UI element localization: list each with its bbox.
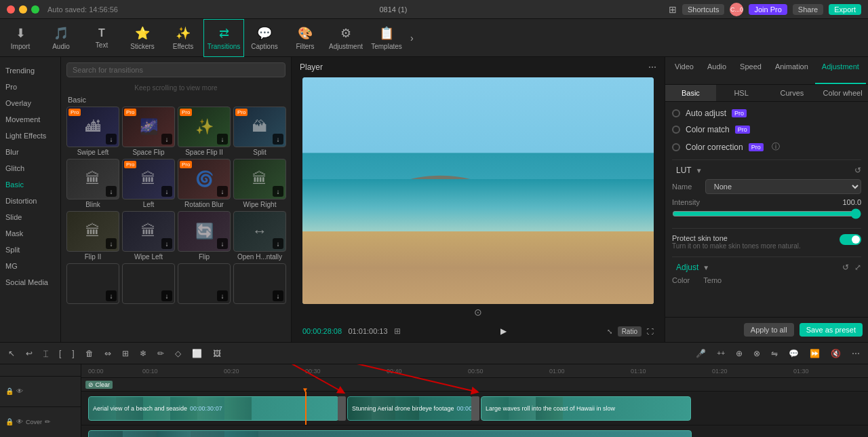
adjust-reset-icon[interactable]: ↺ — [842, 263, 849, 272]
maximize-dot[interactable] — [31, 5, 39, 14]
track-lock-icon[interactable]: 🔒 — [5, 387, 14, 395]
download-icon[interactable]: ↓ — [217, 290, 228, 301]
transition-extra-2[interactable]: ↓ — [122, 263, 175, 305]
close-dot[interactable] — [7, 5, 15, 14]
sidebar-item-mg[interactable]: MG — [0, 258, 60, 274]
select-tool[interactable]: ⬜ — [189, 347, 205, 360]
clear-badge[interactable]: ⊘ Clear — [85, 381, 113, 389]
adj-tab-basic[interactable]: Basic — [665, 85, 716, 101]
trim-right-tool[interactable]: ] — [69, 347, 77, 360]
skin-tone-toggle[interactable] — [840, 234, 861, 245]
tool-import[interactable]: ⬇ Import — [0, 19, 41, 57]
crop-tool[interactable]: ⊞ — [119, 347, 132, 360]
tool-adjustment[interactable]: ⚙ Adjustment — [326, 19, 366, 57]
tool-audio[interactable]: 🎵 Audio — [41, 19, 81, 57]
adjust-expand-icon[interactable]: ⤢ — [854, 263, 861, 272]
tab-adjustment[interactable]: Adjustment — [815, 57, 866, 84]
download-icon[interactable]: ↓ — [217, 186, 228, 197]
split-tool[interactable]: ⌶ — [41, 347, 51, 360]
image-tool[interactable]: 🖼 — [210, 347, 224, 360]
join-icon[interactable]: ⊕ — [733, 347, 745, 360]
scrubber-icon[interactable]: ⊙ — [474, 307, 482, 318]
tab-animation[interactable]: Animation — [768, 57, 815, 84]
track2-edit-icon[interactable]: ✏ — [45, 418, 50, 425]
sidebar-item-distortion[interactable]: Distortion — [0, 193, 60, 209]
transition-space-flip[interactable]: Pro 🌌 ↓ Space Flip — [122, 107, 175, 156]
speed-icon[interactable]: ⏩ — [807, 347, 823, 360]
sidebar-item-pro[interactable]: Pro — [0, 79, 60, 95]
download-icon[interactable]: ↓ — [273, 238, 283, 249]
tab-speed[interactable]: Speed — [733, 57, 768, 84]
zoom-in-icon[interactable]: ++ — [714, 348, 728, 358]
lut-name-select[interactable]: None — [705, 179, 861, 194]
sidebar-item-trending[interactable]: Trending — [0, 62, 60, 79]
transition-blink[interactable]: 🏛 ↓ Blink — [66, 159, 119, 208]
save-as-preset-button[interactable]: Save as preset — [800, 323, 863, 337]
sidebar-item-basic[interactable]: Basic — [0, 176, 60, 193]
expand-icon[interactable]: ⛶ — [647, 328, 654, 335]
move-tool[interactable]: ⇔ — [102, 347, 114, 360]
player-menu-icon[interactable]: ⋯ — [648, 62, 656, 72]
split-icon2[interactable]: ⊗ — [751, 347, 763, 360]
sidebar-item-mask[interactable]: Mask — [0, 225, 60, 242]
shape-tool[interactable]: ◇ — [172, 347, 184, 360]
download-icon[interactable]: ↓ — [106, 134, 117, 145]
tool-effects[interactable]: ✨ Effects — [163, 19, 203, 57]
transition-wipe-left[interactable]: 🏛 ↓ Wipe Left — [122, 211, 175, 261]
join-pro-button[interactable]: Join Pro — [749, 4, 787, 15]
transition-marker-2[interactable] — [471, 396, 479, 421]
tool-captions[interactable]: 💬 Captions — [244, 19, 285, 57]
sidebar-item-movement[interactable]: Movement — [0, 111, 60, 128]
pointer-tool[interactable]: ↖ — [5, 347, 18, 360]
delete-tool[interactable]: 🗑 — [83, 347, 96, 360]
transition-swipe-left[interactable]: Pro 🏙 ↓ Swipe Left — [66, 107, 119, 156]
tab-video[interactable]: Video — [668, 57, 701, 84]
mute-icon[interactable]: 🔇 — [828, 347, 844, 360]
export-button[interactable]: Export — [829, 4, 861, 15]
download-icon[interactable]: ↓ — [161, 186, 172, 197]
playhead[interactable] — [305, 392, 307, 425]
toolbar-more-arrow[interactable]: › — [407, 33, 417, 43]
tab-audio[interactable]: Audio — [701, 57, 733, 84]
mic-icon[interactable]: 🎤 — [693, 347, 709, 360]
layout-icon[interactable]: ⊞ — [394, 326, 401, 336]
track2-visibility-icon[interactable]: 👁 — [16, 418, 23, 425]
info-icon[interactable]: ⓘ — [772, 141, 780, 153]
apply-to-all-button[interactable]: Apply to all — [744, 323, 794, 337]
auto-adjust-toggle[interactable] — [672, 109, 680, 117]
adj-tab-hsl[interactable]: HSL — [716, 85, 767, 101]
minimize-dot[interactable] — [19, 5, 27, 14]
color-correction-toggle[interactable] — [672, 143, 680, 151]
download-icon[interactable]: ↓ — [161, 290, 172, 301]
download-icon[interactable]: ↓ — [273, 186, 283, 197]
download-icon[interactable]: ↓ — [106, 238, 117, 249]
sidebar-item-slide[interactable]: Slide — [0, 209, 60, 225]
transition-flip-ii[interactable]: 🏛 ↓ Flip II — [66, 211, 119, 261]
transition-split[interactable]: Pro 🏔 ↓ Split — [233, 107, 286, 156]
trim-left-tool[interactable]: [ — [56, 347, 64, 360]
transition-wipe-right[interactable]: 🏛 ↓ Wipe Right — [233, 159, 286, 208]
sidebar-item-glitch[interactable]: Glitch — [0, 160, 60, 176]
sidebar-item-overlay[interactable]: Overlay — [0, 95, 60, 111]
color-match-toggle[interactable] — [672, 126, 680, 134]
lut-intensity-slider[interactable] — [672, 208, 861, 219]
ratio-button[interactable]: Ratio — [618, 326, 642, 337]
download-icon[interactable]: ↓ — [161, 238, 172, 249]
transition-extra-1[interactable]: ↓ — [66, 263, 119, 305]
transition-flip[interactable]: 🔄 ↓ Flip — [178, 211, 231, 261]
search-input[interactable] — [66, 62, 285, 77]
track2-lock-icon[interactable]: 🔒 — [5, 418, 14, 425]
lut-reset-icon[interactable]: ↺ — [854, 166, 861, 175]
play-button[interactable]: ▶ — [496, 323, 512, 339]
sidebar-item-split[interactable]: Split — [0, 242, 60, 258]
sidebar-item-social-media[interactable]: Social Media — [0, 274, 60, 290]
download-icon[interactable]: ↓ — [273, 134, 283, 145]
annotation-tool[interactable]: ✏ — [155, 347, 167, 360]
clip-cover[interactable] — [88, 430, 692, 437]
caption-icon[interactable]: 💬 — [786, 347, 802, 360]
transition-open-horizontally[interactable]: ↔ ↓ Open H...ntally — [233, 211, 286, 261]
merge-icon[interactable]: ⇋ — [768, 347, 781, 360]
undo-button[interactable]: ↩ — [23, 347, 35, 360]
download-icon[interactable]: ↓ — [106, 290, 117, 301]
tool-transitions[interactable]: ⇄ Transitions — [203, 19, 244, 57]
